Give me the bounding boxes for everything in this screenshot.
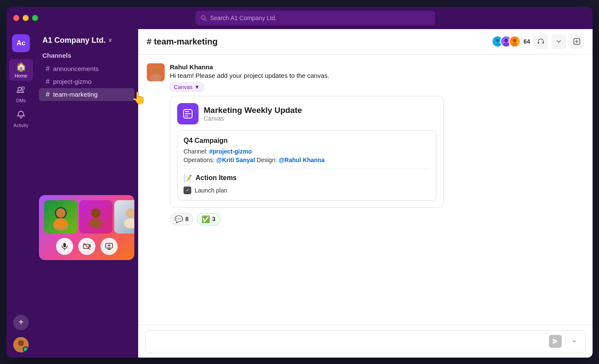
video-participant-3: +3 [114, 200, 134, 234]
svg-line-1 [205, 19, 207, 21]
action-items-icon: 📝 [184, 174, 192, 182]
canvas-channel-label: Channel: [184, 148, 208, 155]
add-to-channel-button[interactable] [569, 34, 584, 49]
message-input-area [138, 325, 593, 358]
titlebar: Search A1 Company Ltd. [6, 7, 593, 29]
checkbox-checked-icon[interactable]: ✓ [184, 186, 191, 194]
member-avatars[interactable]: 64 [492, 36, 530, 47]
reaction-speech[interactable]: 💬 8 [170, 213, 193, 225]
channel-item-announcements[interactable]: # announcements [39, 62, 134, 75]
mute-microphone-button[interactable] [56, 238, 73, 255]
svg-rect-15 [63, 243, 66, 247]
svg-point-34 [152, 66, 160, 74]
reaction-check[interactable]: ✅ 3 [197, 213, 220, 225]
canvas-card-subtitle: Canvas [204, 115, 302, 122]
svg-point-5 [17, 346, 25, 352]
nav-item-activity[interactable]: Activity [9, 107, 33, 130]
canvas-design-link[interactable]: @Rahul Khanna [279, 157, 325, 163]
workspace-title[interactable]: A1 Company Ltd. ∨ [36, 36, 138, 52]
svg-rect-29 [543, 42, 544, 44]
send-options-dropdown[interactable] [569, 336, 579, 346]
message-input[interactable] [151, 337, 546, 345]
hash-icon: # [46, 78, 50, 86]
share-screen-button[interactable] [101, 238, 118, 255]
nav-item-home[interactable]: 🏠 Home [9, 59, 33, 81]
canvas-tag[interactable]: Canvas ▼ [170, 83, 204, 92]
canvas-card-header: Marketing Weekly Update Canvas [177, 103, 436, 124]
svg-point-2 [18, 87, 21, 91]
hash-icon: # [46, 91, 50, 98]
message-sender-name: Rahul Khanna [170, 63, 584, 71]
toggle-camera-button[interactable] [78, 238, 95, 255]
svg-point-13 [126, 208, 134, 218]
workspace-chevron-icon: ∨ [108, 37, 112, 43]
svg-point-11 [91, 208, 101, 218]
svg-point-10 [54, 218, 68, 228]
fullscreen-button[interactable] [32, 15, 38, 21]
canvas-ops-row: Operations: @Kriti Sanyal Design: @Rahul… [184, 157, 430, 163]
add-workspace-button[interactable]: + [13, 315, 29, 330]
search-placeholder: Search A1 Company Ltd. [210, 15, 277, 21]
nav-dms-label: DMs [16, 98, 26, 103]
canvas-divider [184, 169, 430, 169]
action-items-header: 📝 Action Items [184, 174, 430, 182]
hash-icon: # [46, 65, 50, 73]
message-text: Hi team! Please add your project updates… [170, 72, 584, 79]
svg-point-14 [124, 218, 134, 228]
channel-name-announcements: announcements [53, 65, 99, 72]
headphones-button[interactable] [534, 34, 548, 49]
message-body: Rahul Khanna Hi team! Please add your pr… [170, 63, 584, 225]
send-button[interactable] [549, 335, 562, 348]
avatar-face [13, 337, 29, 352]
channel-item-project-gizmo[interactable]: # project-gizmo [39, 75, 134, 88]
canvas-channel-link[interactable]: #project-gizmo [209, 148, 252, 155]
svg-rect-28 [538, 42, 539, 44]
reaction-speech-count: 8 [185, 216, 189, 222]
svg-point-25 [504, 43, 510, 47]
message-input-box [145, 330, 586, 352]
search-bar[interactable]: Search A1 Company Ltd. [196, 11, 435, 25]
canvas-content: Q4 Campaign Channel: #project-gizmo Oper… [177, 130, 436, 201]
chevron-down-icon[interactable] [552, 34, 566, 49]
input-divider [565, 337, 566, 346]
action-item-label: Launch plan [195, 187, 227, 194]
member-count: 64 [523, 38, 530, 45]
channel-name-project-gizmo: project-gizmo [53, 78, 92, 85]
member-avatar-3 [509, 36, 521, 47]
canvas-content-heading: Q4 Campaign [184, 137, 430, 145]
reaction-check-count: 3 [212, 216, 216, 222]
minimize-button[interactable] [23, 15, 29, 21]
participant-face-1 [44, 200, 77, 234]
action-items-label: Action Items [196, 174, 237, 182]
user-avatar[interactable] [13, 337, 29, 352]
channel-item-team-marketing[interactable]: # team-marketing [39, 88, 134, 101]
chat-area: # team-marketing 64 [138, 29, 593, 358]
close-button[interactable] [13, 15, 19, 21]
svg-point-4 [18, 340, 24, 346]
video-participant-2 [79, 200, 113, 234]
svg-point-27 [512, 43, 518, 47]
canvas-card[interactable]: Marketing Weekly Update Canvas Q4 Campai… [170, 96, 444, 208]
video-controls [39, 234, 134, 260]
channels-sidebar: A1 Company Ltd. ∨ Channels # announcemen… [36, 29, 138, 358]
video-call-card[interactable]: +3 [39, 195, 134, 260]
chat-channel-title: # team-marketing [147, 37, 492, 47]
svg-point-22 [496, 38, 500, 42]
video-participant-1 [44, 200, 77, 234]
canvas-dropdown-icon: ▼ [194, 84, 200, 90]
svg-point-12 [89, 218, 103, 228]
svg-point-24 [504, 38, 508, 42]
svg-point-3 [22, 87, 24, 89]
activity-bell-icon [16, 110, 26, 121]
canvas-card-icon [177, 103, 199, 124]
speech-bubble-emoji: 💬 [175, 215, 183, 223]
canvas-card-title: Marketing Weekly Update [204, 106, 302, 115]
check-emoji: ✅ [202, 215, 210, 223]
canvas-ops-link[interactable]: @Kriti Sanyal [216, 157, 255, 163]
nav-item-dms[interactable]: DMs [9, 83, 33, 106]
chat-header-actions: 64 [492, 34, 584, 49]
participant-face-3 [114, 200, 134, 234]
chat-header: # team-marketing 64 [138, 29, 593, 55]
dms-icon [16, 85, 26, 97]
workspace-logo[interactable]: Ac [12, 34, 30, 52]
